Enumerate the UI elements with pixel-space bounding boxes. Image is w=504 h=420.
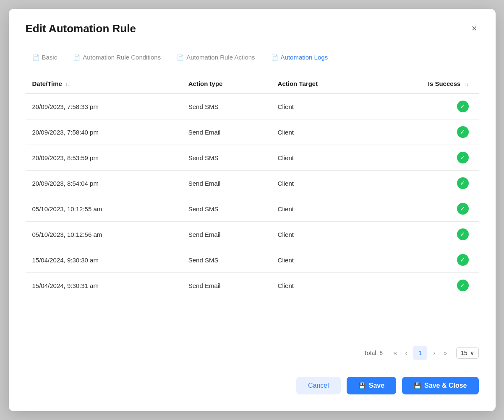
table-row: 20/09/2023, 7:58:40 pmSend EmailClient✓	[26, 119, 479, 145]
page-size-chevron-icon: ∨	[470, 350, 474, 356]
cell-is-success: ✓	[371, 93, 478, 119]
cell-action-target: Client	[271, 93, 371, 119]
save-close-button[interactable]: 💾 Save & Close	[402, 377, 478, 394]
tab-logs[interactable]: 📄 Automation Logs	[264, 50, 335, 64]
success-checkmark-icon: ✓	[457, 101, 469, 112]
cell-is-success: ✓	[371, 273, 478, 298]
cell-datetime: 05/10/2023, 10:12:55 am	[26, 196, 182, 222]
close-button[interactable]: ×	[470, 22, 479, 35]
col-is-success: Is Success ↑↓	[371, 76, 478, 93]
cell-datetime: 15/04/2024, 9:30:30 am	[26, 247, 182, 273]
table-row: 15/04/2024, 9:30:30 amSend SMSClient✓	[26, 247, 479, 273]
tab-conditions-icon: 📄	[73, 54, 80, 61]
next-page-button[interactable]: ›	[431, 348, 438, 358]
cell-action-target: Client	[271, 119, 371, 145]
cell-action-target: Client	[271, 196, 371, 222]
cell-datetime: 20/09/2023, 8:53:59 pm	[26, 145, 182, 171]
tab-logs-icon: 📄	[271, 54, 278, 61]
page-size-value: 15	[461, 350, 467, 356]
table-body: 20/09/2023, 7:58:33 pmSend SMSClient✓20/…	[26, 93, 479, 298]
cancel-button[interactable]: Cancel	[296, 377, 341, 394]
cell-is-success: ✓	[371, 196, 478, 222]
cell-action-type: Send Email	[182, 273, 271, 298]
datetime-sort-icon[interactable]: ↑↓	[65, 82, 70, 87]
is-success-sort-icon[interactable]: ↑↓	[464, 82, 469, 87]
cell-action-target: Client	[271, 171, 371, 196]
cell-action-target: Client	[271, 273, 371, 298]
save-button[interactable]: 💾 Save	[347, 377, 396, 394]
cell-datetime: 15/04/2024, 9:30:31 am	[26, 273, 182, 298]
last-page-button[interactable]: »	[441, 348, 449, 358]
table-header-row: Date/Time ↑↓ Action type Action Target I…	[26, 76, 479, 93]
tab-conditions[interactable]: 📄 Automation Rule Conditions	[66, 50, 167, 64]
modal-title: Edit Automation Rule	[26, 22, 136, 35]
cell-datetime: 05/10/2023, 10:12:56 am	[26, 222, 182, 247]
cell-is-success: ✓	[371, 171, 478, 196]
success-checkmark-icon: ✓	[457, 126, 469, 138]
cell-action-type: Send Email	[182, 171, 271, 196]
cell-action-target: Client	[271, 222, 371, 247]
first-page-button[interactable]: «	[391, 348, 400, 358]
table-row: 20/09/2023, 8:53:59 pmSend SMSClient✓	[26, 145, 479, 171]
logs-table: Date/Time ↑↓ Action type Action Target I…	[26, 76, 479, 298]
success-checkmark-icon: ✓	[457, 177, 469, 189]
tab-actions-icon: 📄	[177, 54, 184, 61]
table-row: 05/10/2023, 10:12:56 amSend EmailClient✓	[26, 222, 479, 247]
cell-action-target: Client	[271, 247, 371, 273]
cell-action-type: Send SMS	[182, 93, 271, 119]
save-close-icon: 💾	[414, 382, 421, 389]
success-checkmark-icon: ✓	[457, 203, 469, 215]
cell-action-type: Send SMS	[182, 247, 271, 273]
cell-action-type: Send Email	[182, 222, 271, 247]
cell-action-type: Send SMS	[182, 145, 271, 171]
cell-datetime: 20/09/2023, 8:54:04 pm	[26, 171, 182, 196]
cell-is-success: ✓	[371, 247, 478, 273]
cell-action-target: Client	[271, 145, 371, 171]
cell-is-success: ✓	[371, 145, 478, 171]
tab-basic[interactable]: 📄 Basic	[26, 50, 64, 64]
page-1-button[interactable]: 1	[413, 346, 427, 360]
cell-action-type: Send SMS	[182, 196, 271, 222]
success-checkmark-icon: ✓	[457, 152, 469, 163]
col-datetime: Date/Time ↑↓	[26, 76, 182, 93]
tab-actions[interactable]: 📄 Automation Rule Actions	[170, 50, 261, 64]
cell-datetime: 20/09/2023, 7:58:40 pm	[26, 119, 182, 145]
table-row: 15/04/2024, 9:30:31 amSend EmailClient✓	[26, 273, 479, 298]
col-action-type: Action type	[182, 76, 271, 93]
cell-is-success: ✓	[371, 119, 478, 145]
modal-header: Edit Automation Rule ×	[26, 22, 479, 35]
cell-action-type: Send Email	[182, 119, 271, 145]
table-row: 20/09/2023, 8:54:04 pmSend EmailClient✓	[26, 171, 479, 196]
tab-bar: 📄 Basic 📄 Automation Rule Conditions 📄 A…	[26, 50, 479, 64]
edit-automation-rule-modal: Edit Automation Rule × 📄 Basic 📄 Automat…	[9, 9, 496, 411]
success-checkmark-icon: ✓	[457, 280, 469, 291]
cell-is-success: ✓	[371, 222, 478, 247]
table-row: 05/10/2023, 10:12:55 amSend SMSClient✓	[26, 196, 479, 222]
prev-page-button[interactable]: ‹	[403, 348, 410, 358]
success-checkmark-icon: ✓	[457, 228, 469, 240]
pagination-bar: Total: 8 « ‹ 1 › » 15 ∨	[26, 342, 479, 360]
tab-basic-icon: 📄	[32, 54, 39, 61]
cell-datetime: 20/09/2023, 7:58:33 pm	[26, 93, 182, 119]
table-row: 20/09/2023, 7:58:33 pmSend SMSClient✓	[26, 93, 479, 119]
logs-table-container: Date/Time ↑↓ Action type Action Target I…	[26, 76, 479, 331]
pagination-total: Total: 8	[364, 350, 383, 356]
col-action-target: Action Target	[271, 76, 371, 93]
footer-actions: Cancel 💾 Save 💾 Save & Close	[26, 377, 479, 394]
page-size-selector[interactable]: 15 ∨	[456, 347, 479, 359]
success-checkmark-icon: ✓	[457, 254, 469, 266]
save-icon: 💾	[358, 382, 366, 389]
